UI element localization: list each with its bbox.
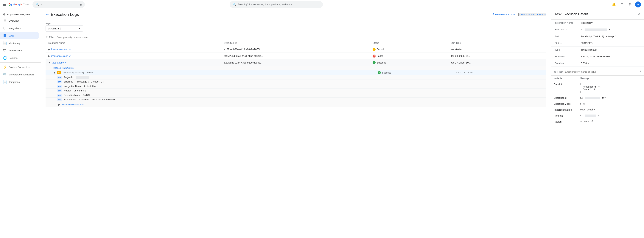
detail-row-duration: Duration 0.016 s <box>551 60 644 66</box>
integration-link[interactable]: insurance-claim ↗ <box>51 55 71 57</box>
region-select[interactable]: us-central1 ▼ <box>46 25 83 32</box>
param-row: STR ProjectId s...g <box>46 75 546 80</box>
param-name: ExecutionId <box>64 98 76 101</box>
integration-link[interactable]: insurance-claim ↗ <box>51 48 71 51</box>
panel-filter-bar: ⧖ Filter ? <box>551 68 644 76</box>
help-icon[interactable]: ? <box>639 70 641 74</box>
col-message: Message <box>577 76 644 81</box>
templates-icon: 📄 <box>3 80 7 84</box>
request-parameters-row: Request Parameters <box>46 66 546 70</box>
status-badge: ! On hold <box>372 48 446 51</box>
panel-close-button[interactable]: ✕ <box>637 12 640 16</box>
sidebar-item-custom-connectors[interactable]: ⚡ Custom Connectors <box>0 63 40 71</box>
detail-row-start-time: Start time Jan 27, 2025, 10:58:19 PM <box>551 53 644 60</box>
view-cloud-logs-label: VIEW CLOUD LOGS <box>519 13 543 16</box>
status-text: Success <box>377 61 386 64</box>
integration-link[interactable]: test-stubby ↗ <box>52 61 66 64</box>
variable-name: ExecutionId <box>551 95 577 101</box>
col-start-time: Start Time <box>448 40 546 46</box>
view-cloud-logs-button[interactable]: VIEW CLOUD LOGS ↗ <box>518 13 546 16</box>
param-name: IntegrationName <box>64 85 82 88</box>
expand-row-button[interactable]: ▶ <box>48 54 50 58</box>
param-value: test-stubby <box>84 85 96 88</box>
sidebar-item-regions-label: Regions <box>8 57 18 59</box>
variable-row: ExecutionMode SYNC <box>551 101 644 107</box>
region-label: Region <box>46 22 546 25</box>
cloud-text: Cloud <box>23 3 30 6</box>
table-row: ▼ test-stubby ↗ 620fd8ac-02b4-43ee-920e-… <box>46 59 546 66</box>
variable-sort-icon[interactable]: ↑ <box>563 77 564 80</box>
detail-label-integration-name: Integration Name <box>551 19 577 26</box>
sidebar-item-marketplace-connectors[interactable]: 🛒 Marketplace connectors <box>0 71 40 78</box>
help-button[interactable]: ? <box>618 1 625 8</box>
panel-filter-input[interactable] <box>565 70 638 73</box>
collapse-row-button[interactable]: ▼ <box>48 61 51 64</box>
expand-row-button[interactable]: ▶ <box>48 47 50 51</box>
topbar-search-box[interactable]: 🔍 g <box>32 1 85 8</box>
refresh-logs-button[interactable]: ↺ REFRESH LOGS <box>490 11 517 18</box>
status-text: Failed <box>377 55 383 57</box>
notifications-button[interactable]: 🔔 <box>610 1 617 8</box>
sidebar-divider <box>0 62 41 63</box>
logs-icon: ☰ <box>3 33 7 38</box>
sidebar-item-templates[interactable]: 📄 Templates <box>0 78 40 86</box>
menu-icon[interactable]: ☰ <box>3 2 6 7</box>
response-parameters-link[interactable]: Response Parameters <box>62 103 84 106</box>
detail-row-type: Type JavaScriptTask <box>551 46 644 53</box>
js-icon: JS <box>57 71 61 74</box>
task-execution-id <box>222 70 370 75</box>
expand-response-button[interactable]: ▶ <box>58 103 60 106</box>
param-type-badge: STR <box>57 76 62 79</box>
panel-title: Task Execution Details <box>554 12 588 16</box>
detail-row-integration-name: Integration Name test-stubby <box>551 19 644 26</box>
detail-label-type: Type <box>551 46 577 53</box>
detail-row-execution-id: Execution ID 62 807 <box>551 26 644 33</box>
detail-value-duration: 0.016 s <box>577 60 644 66</box>
user-avatar[interactable]: A <box>635 1 641 7</box>
sidebar-item-overview[interactable]: ⊞ Overview <box>0 17 40 24</box>
sidebar-item-custom-connectors-label: Custom Connectors <box>8 66 30 69</box>
regions-icon: 🌐 <box>3 56 7 60</box>
back-button[interactable]: ← <box>46 12 49 16</box>
param-row: STR ErrorInfo {"message": "", "code": 0 … <box>46 80 546 84</box>
variable-row: ExecutionId 62 307 <box>551 95 644 101</box>
sidebar-item-auth-profiles[interactable]: 🛡 Auth Profiles <box>0 47 40 54</box>
response-parameters-row: ▶ Response Parameters <box>46 102 546 107</box>
param-name: Region <box>64 89 71 92</box>
sidebar-item-monitoring[interactable]: 📊 Monitoring <box>0 39 40 47</box>
integrations-icon: ⬡ <box>3 26 7 30</box>
settings-button[interactable]: ⚙ <box>627 1 634 8</box>
request-parameters-link[interactable]: Request Parameters <box>53 67 74 69</box>
param-row: STR IntegrationName test-stubby <box>46 84 546 89</box>
expand-task-button[interactable]: ▼ <box>53 71 56 74</box>
status-badge: ✓ Success <box>372 61 446 64</box>
execution-id-cell: e13fcec8-36ea-413d-86af-e7073f... <box>222 46 370 53</box>
center-search-bar[interactable]: 🔍 Search (/) for resources, docs, produc… <box>230 1 323 8</box>
detail-label-duration: Duration <box>551 60 577 66</box>
filter-bar: ⧖ Filter <box>41 34 551 40</box>
panel-header: Task Execution Details ✕ <box>551 9 644 19</box>
variable-name: Region <box>551 119 577 124</box>
google-cloud-logo: Google Cloud <box>8 2 30 6</box>
refresh-logs-label: REFRESH LOGS <box>495 13 516 16</box>
detail-value-integration-name: test-stubby <box>577 19 644 26</box>
region-value: us-central1 <box>48 27 61 30</box>
sidebar-item-integrations[interactable]: ⬡ Integrations <box>0 24 40 32</box>
external-link-icon: ↗ <box>64 61 66 64</box>
detail-label-task: Task <box>551 33 577 40</box>
auth-profiles-icon: 🛡 <box>3 49 7 53</box>
param-type-badge: STR <box>57 80 62 83</box>
sidebar-item-regions[interactable]: 🌐 Regions <box>0 54 40 62</box>
refresh-icon: ↺ <box>492 13 494 16</box>
variable-message: 62 307 <box>577 95 644 101</box>
col-status: Status <box>370 40 448 46</box>
variable-message: st g <box>577 113 644 119</box>
filter-input[interactable] <box>57 36 546 39</box>
topbar-search-input[interactable] <box>41 3 79 6</box>
sidebar-item-monitoring-label: Monitoring <box>8 42 20 44</box>
status-dot-onhold: ! <box>372 48 376 51</box>
detail-label-execution-id: Execution ID <box>551 26 577 33</box>
sidebar-item-logs[interactable]: ☰ Logs <box>0 32 40 39</box>
col-execution-id: Execution ID <box>222 40 370 46</box>
integration-name-text: test-stubby <box>52 61 64 64</box>
